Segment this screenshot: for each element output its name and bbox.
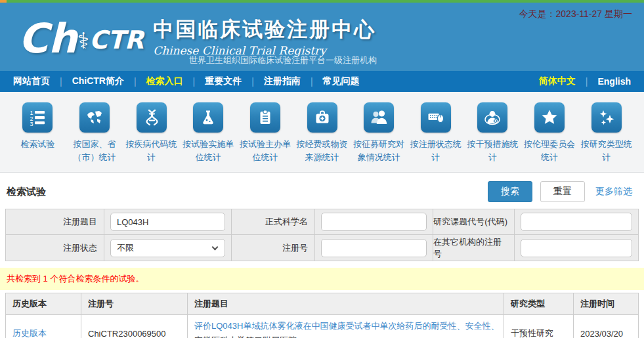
nav-item-registration-guide[interactable]: 注册指南 <box>263 75 302 87</box>
site-titles: 中国临床试验注册中心 Chinese Clinical Trial Regist… <box>153 12 376 57</box>
main-nav: 网站首页 | ChiCTR简介 | 检索入口 | 重要文件 | 注册指南 | 常… <box>0 71 644 92</box>
reg-status-select[interactable]: 不限 <box>110 239 225 257</box>
table-row: 历史版本 ChiCTR2300069500 评价LQ043H单域抗体雾化液在中国… <box>6 315 639 338</box>
other-reg-number-input[interactable] <box>521 239 632 257</box>
nav-separator: | <box>184 76 204 87</box>
people-group-icon <box>364 102 394 133</box>
tool-search-trials[interactable]: 123 检索试验 <box>9 100 66 172</box>
scientific-name-cell <box>315 209 433 235</box>
reg-status-cell: 不限 <box>104 235 232 261</box>
reg-title-input[interactable] <box>110 213 225 231</box>
tool-stats-by-recruitment[interactable]: 按征募研究对象情况统计 <box>351 100 408 172</box>
nav-item-home[interactable]: 网站首页 <box>12 75 51 87</box>
reg-number-cell <box>315 235 433 261</box>
header-history-version: 历史版本 <box>6 293 81 315</box>
tool-stats-by-implementing-unit[interactable]: 按试验实施单位统计 <box>180 100 237 172</box>
reg-number-cell: ChiCTR2300069500 <box>81 315 188 338</box>
header-reg-number: 注册号 <box>81 293 188 315</box>
project-code-cell <box>515 209 638 235</box>
nav-item-faq[interactable]: 常见问题 <box>322 75 361 87</box>
search-header: 检索试验 搜索 重置 更多筛选 <box>0 173 644 209</box>
trial-title-cell: 评价LQ043H单域抗体雾化液在中国健康受试者中单次给药后的耐受性、安全性、..… <box>188 315 504 338</box>
header-study-type: 研究类型 <box>504 293 574 315</box>
results-header-row: 历史版本 注册号 注册题目 研究类型 注册时间 <box>6 293 639 315</box>
result-count-notice: 共检索到 1 个符合检索条件的试验。 <box>0 268 644 290</box>
nav-item-search-entry[interactable]: 检索入口 <box>145 75 184 87</box>
doctor-icon <box>477 102 507 133</box>
nav-separator: | <box>51 76 71 87</box>
lang-english[interactable]: English <box>596 76 632 87</box>
dna-icon <box>137 102 167 133</box>
trial-organization: 安徽医科大学第二附属医院 <box>194 335 497 338</box>
other-reg-number-cell <box>515 235 638 261</box>
scientific-name-label: 正式科学名 <box>232 209 315 235</box>
reg-number-label: 注册号 <box>232 235 315 261</box>
site-title: 中国临床试验注册中心 <box>153 16 376 43</box>
asclepius-staff-icon: ⚕ <box>77 28 89 54</box>
nav-separator: | <box>302 76 322 87</box>
tool-stats-by-registration-status[interactable]: 按注册状态统计 <box>407 100 464 172</box>
other-reg-number-label: 在其它机构的注册号 <box>433 235 515 261</box>
tool-stats-by-ethics-committee[interactable]: 按伦理委员会统计 <box>521 100 578 172</box>
medical-kit-icon <box>307 102 337 133</box>
tool-stats-by-sponsor-unit[interactable]: 按试验主办单位统计 <box>237 100 294 172</box>
header-reg-date: 注册时间 <box>574 293 639 315</box>
reg-status-value: 不限 <box>117 242 134 254</box>
reg-title-label: 注册题目 <box>6 209 104 235</box>
keyboard-mouse-icon <box>421 102 451 133</box>
study-type-cell: 干预性研究 <box>504 315 574 338</box>
search-form: 注册题目 正式科学名 研究课题代号(代码) 注册状态 不限 注册号 在其它机构的… <box>5 209 639 261</box>
reset-button[interactable]: 重置 <box>540 181 585 202</box>
chevron-down-icon <box>212 243 219 250</box>
flask-icon <box>193 102 223 133</box>
who-tagline: 世界卫生组织国际临床试验注册平台一级注册机构 <box>189 54 377 66</box>
statistics-toolbar: 123 检索试验 按国家、省（市）统计 按疾病代码统计 按试验实施单位统计 按试… <box>0 92 644 173</box>
nav-separator: | <box>577 76 597 87</box>
tool-stats-by-funding-source[interactable]: 按经费或物资来源统计 <box>293 100 351 172</box>
current-date: 今天是：2023-11-27 星期一 <box>519 9 632 20</box>
reg-date-cell: 2023/03/20 <box>574 315 639 338</box>
tool-stats-by-intervention[interactable]: 按干预措施统计 <box>464 100 521 172</box>
tool-stats-by-disease-code[interactable]: 按疾病代码统计 <box>123 100 180 172</box>
nav-item-about[interactable]: ChiCTR简介 <box>71 75 125 87</box>
svg-text:3: 3 <box>30 121 33 126</box>
page-title: 检索试验 <box>7 186 46 198</box>
more-filters-link[interactable]: 更多筛选 <box>595 186 632 198</box>
reg-status-label: 注册状态 <box>6 235 104 261</box>
reg-number-input[interactable] <box>321 239 427 257</box>
site-header: 今天是：2023-11-27 星期一 Ch⚕CTR 中国临床试验注册中心 Chi… <box>0 3 644 71</box>
numbered-list-icon: 123 <box>22 102 53 133</box>
search-actions: 搜索 重置 更多筛选 <box>488 181 637 202</box>
tool-stats-by-region[interactable]: 按国家、省（市）统计 <box>66 100 123 172</box>
project-code-input[interactable] <box>521 213 632 231</box>
lang-simplified-chinese[interactable]: 简体中文 <box>538 75 577 87</box>
world-map-icon <box>79 102 110 133</box>
project-code-label: 研究课题代号(代码) <box>433 209 515 235</box>
tool-stats-by-study-type[interactable]: 按研究类型统计 <box>578 100 635 172</box>
reg-title-cell <box>104 209 232 235</box>
nav-item-important-docs[interactable]: 重要文件 <box>204 75 243 87</box>
brand[interactable]: Ch⚕CTR 中国临床试验注册中心 Chinese Clinical Trial… <box>18 12 376 59</box>
sparkles-icon <box>591 102 622 133</box>
history-version-cell: 历史版本 <box>6 315 81 338</box>
clipboard-icon <box>250 102 280 133</box>
search-section: 检索试验 搜索 重置 更多筛选 注册题目 正式科学名 研究课题代号(代码) 注册… <box>0 173 644 261</box>
header-reg-title: 注册题目 <box>188 293 504 315</box>
trial-title-link[interactable]: 评价LQ043H单域抗体雾化液在中国健康受试者中单次给药后的耐受性、安全性、..… <box>194 320 496 332</box>
language-switcher: 简体中文 | English <box>538 75 632 87</box>
scientific-name-input[interactable] <box>321 213 427 231</box>
results-table: 历史版本 注册号 注册题目 研究类型 注册时间 历史版本 ChiCTR23000… <box>5 293 639 338</box>
chictr-logo: Ch⚕CTR <box>18 12 144 59</box>
search-button[interactable]: 搜索 <box>488 181 532 202</box>
star-icon <box>534 102 565 133</box>
nav-separator: | <box>243 76 263 87</box>
logo-text-right: CTR <box>89 26 144 54</box>
history-version-link[interactable]: 历史版本 <box>12 328 47 338</box>
nav-separator: | <box>125 76 145 87</box>
logo-text-left: Ch <box>18 14 77 62</box>
